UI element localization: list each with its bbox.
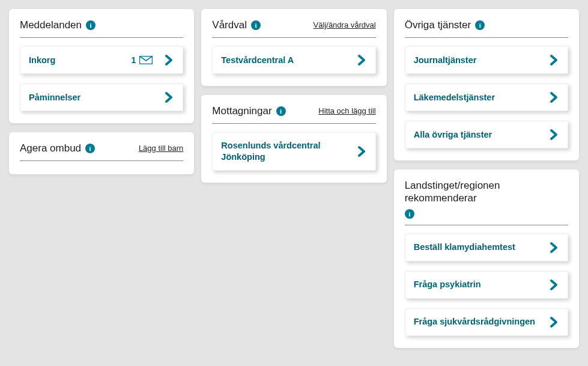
card-title: Mottagningar xyxy=(212,105,271,117)
title-wrap: Mottagningari xyxy=(212,105,285,117)
info-icon[interactable]: i xyxy=(86,20,95,30)
list-item[interactable]: Rosenlunds vårdcentral Jönköping xyxy=(212,132,375,171)
card-header: VårdvaliVälj/ändra vårdval xyxy=(212,19,375,38)
card-landstinget: Landstinget/regionen rekommenderariBestä… xyxy=(394,169,579,348)
card-mottagningar: MottagningariHitta och lägg tillRosenlun… xyxy=(201,95,386,183)
item-label: Fråga psykiatrin xyxy=(414,279,481,290)
list-item[interactable]: Fråga psykiatrin xyxy=(405,271,568,299)
chevron-right-icon xyxy=(550,279,559,291)
card-title: Övriga tjänster xyxy=(405,19,471,31)
item-label: Journaltjänster xyxy=(414,55,477,66)
header-link-mottagningar[interactable]: Hitta och lägg till xyxy=(318,106,375,115)
list-item[interactable]: Beställ klamydiahemtest xyxy=(405,234,568,261)
list-item[interactable]: Journaltjänster xyxy=(405,46,568,74)
card-ovriga-tjanster: Övriga tjänsteriJournaltjänsterLäkemedel… xyxy=(394,9,579,160)
item-count: 1 xyxy=(132,55,136,65)
title-wrap: Vårdvali xyxy=(212,19,261,31)
card-vardval: VårdvaliVälj/ändra vårdvalTestvårdcentra… xyxy=(201,9,386,86)
list-item[interactable]: Alla övriga tjänster xyxy=(405,121,568,148)
card-meddelanden: MeddelandeniInkorg1Påminnelser xyxy=(9,9,194,123)
card-agera-ombud: Agera ombudiLägg till barn xyxy=(9,132,194,174)
title-wrap: Övriga tjänsteri xyxy=(405,19,485,31)
list-item[interactable]: Läkemedelstjänster xyxy=(405,84,568,111)
item-list: Inkorg1Påminnelser xyxy=(20,46,183,111)
info-icon[interactable]: i xyxy=(85,144,95,153)
mail-icon xyxy=(139,56,153,64)
list-item[interactable]: Påminnelser xyxy=(20,84,183,111)
chevron-right-icon xyxy=(165,91,174,103)
chevron-right-icon xyxy=(357,145,367,157)
info-icon[interactable]: i xyxy=(405,209,414,219)
item-list: Testvårdcentral A xyxy=(212,46,375,74)
item-list: Beställ klamydiahemtestFråga psykiatrinF… xyxy=(405,234,568,336)
item-list: JournaltjänsterLäkemedelstjänsterAlla öv… xyxy=(405,46,568,148)
list-item[interactable]: Fråga sjukvårdsrådgivningen xyxy=(405,308,568,336)
chevron-right-icon xyxy=(165,54,174,66)
info-icon[interactable]: i xyxy=(276,106,286,116)
chevron-right-icon xyxy=(550,316,559,328)
chevron-right-icon xyxy=(550,54,559,66)
item-label: Fråga sjukvårdsrådgivningen xyxy=(414,316,535,328)
chevron-right-icon xyxy=(550,242,559,254)
item-meta: 1 xyxy=(132,55,153,65)
item-label: Alla övriga tjänster xyxy=(414,129,493,141)
item-label: Beställ klamydiahemtest xyxy=(414,242,515,253)
item-label: Läkemedelstjänster xyxy=(414,92,495,103)
card-header: Övriga tjänsteri xyxy=(405,19,568,38)
title-wrap: Meddelandeni xyxy=(20,19,95,31)
card-header: MottagningariHitta och lägg till xyxy=(212,105,375,124)
card-title: Landstinget/regionen rekommenderar xyxy=(405,179,568,205)
item-label: Testvårdcentral A xyxy=(221,55,294,66)
item-label: Påminnelser xyxy=(29,92,80,103)
info-icon[interactable]: i xyxy=(251,20,261,30)
chevron-right-icon xyxy=(550,91,559,103)
card-title: Agera ombud xyxy=(20,142,81,154)
item-label: Inkorg xyxy=(29,55,55,66)
info-icon[interactable]: i xyxy=(475,20,485,30)
list-item[interactable]: Testvårdcentral A xyxy=(212,46,375,74)
list-item[interactable]: Inkorg1 xyxy=(20,46,183,74)
chevron-right-icon xyxy=(357,54,367,66)
card-title: Meddelanden xyxy=(20,19,82,31)
card-header: Meddelandeni xyxy=(20,19,183,38)
chevron-right-icon xyxy=(550,129,559,141)
card-header: Landstinget/regionen rekommenderari xyxy=(405,179,568,225)
card-title: Vårdval xyxy=(212,19,247,31)
title-wrap: Landstinget/regionen rekommenderari xyxy=(405,179,568,219)
header-link-agera-ombud[interactable]: Lägg till barn xyxy=(139,144,183,153)
item-list: Rosenlunds vårdcentral Jönköping xyxy=(212,132,375,171)
title-wrap: Agera ombudi xyxy=(20,142,95,154)
card-header: Agera ombudiLägg till barn xyxy=(20,142,183,161)
item-label: Rosenlunds vårdcentral Jönköping xyxy=(221,140,345,163)
header-link-vardval[interactable]: Välj/ändra vårdval xyxy=(314,20,376,29)
